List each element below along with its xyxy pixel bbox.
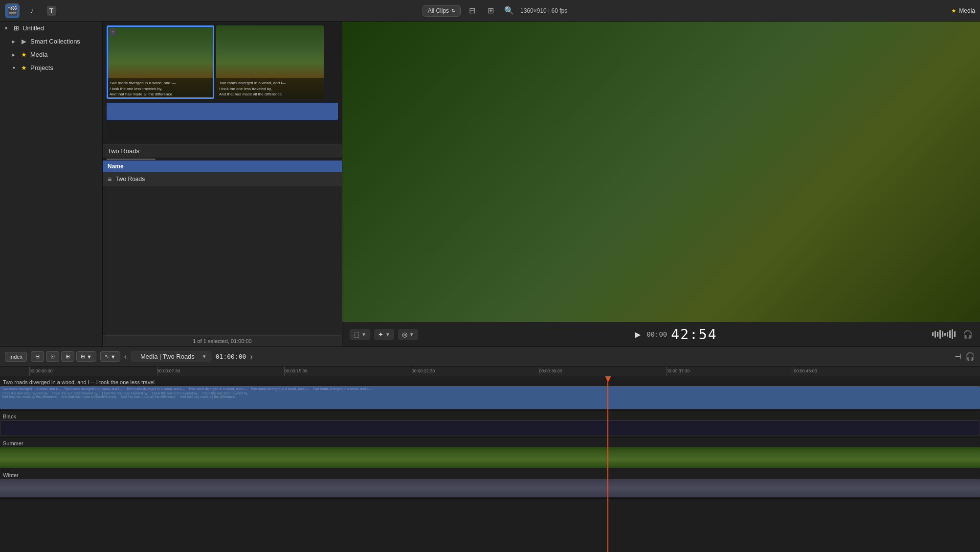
main-content: ▼ ⊞ Untitled ▶ ▶ Smart Collections ▶ ★ M… bbox=[0, 22, 980, 346]
track-two-roads: Two roads diverged in a wood, and I— I t… bbox=[0, 376, 980, 411]
ruler-line-1 bbox=[157, 367, 157, 376]
star-icon-2: ★ bbox=[20, 64, 28, 71]
ruler-label-5: 00:00:37:30 bbox=[667, 368, 690, 373]
audio-meter bbox=[932, 329, 956, 339]
search-icon: 🔍 bbox=[504, 6, 514, 15]
playback-controls: ▶ 00:00 42:54 bbox=[633, 326, 717, 343]
toolbar-left: 🎬 ♪ T bbox=[5, 3, 112, 18]
track-name-winter: Winter bbox=[3, 472, 19, 478]
timeline-view-btn-1[interactable]: ⊟ bbox=[31, 351, 44, 362]
tool-selector[interactable]: ↖ ▼ bbox=[100, 351, 120, 362]
clip-selector-label: All Clips bbox=[428, 7, 449, 14]
search-button[interactable]: 🔍 bbox=[502, 3, 516, 18]
timeline-split-icon: ⊣ bbox=[955, 352, 961, 361]
sidebar-item-untitled[interactable]: ▼ ⊞ Untitled bbox=[0, 22, 102, 35]
clip-list-stack-icon: ≡ bbox=[108, 175, 111, 183]
waveform-bar-4 bbox=[939, 330, 941, 339]
media-text: Media bbox=[959, 7, 975, 14]
list-view-button[interactable]: ⊞ bbox=[483, 3, 498, 18]
clip-selector-dropdown[interactable]: All Clips ⇅ bbox=[423, 5, 461, 17]
ruler-label-1: 00:00:07:30 bbox=[157, 368, 180, 373]
toolbar-right: ★ Media bbox=[877, 7, 975, 14]
timeline-prev-button[interactable]: ‹ bbox=[124, 352, 127, 361]
waveform-bar-8 bbox=[949, 330, 951, 338]
grid-icon: ⊟ bbox=[469, 6, 475, 15]
sidebar-item-projects[interactable]: ▼ ★ Projects bbox=[0, 61, 102, 74]
music-icon-button[interactable]: ♪ bbox=[24, 3, 39, 18]
clip-list-item-name: Two Roads bbox=[115, 176, 145, 183]
sidebar-item-media[interactable]: ▶ ★ Media bbox=[0, 48, 102, 61]
track-content-two-roads[interactable]: Two roads diverged in a wood, and I— Two… bbox=[0, 386, 980, 409]
title-icon-button[interactable]: T bbox=[44, 3, 59, 18]
timeline-view-btn-4[interactable]: ⊞ ▼ bbox=[76, 351, 96, 362]
timeline-right-controls: ⊣ 🎧 bbox=[955, 352, 975, 361]
chevron-down-icon: ▼ bbox=[87, 354, 92, 360]
timeline-view-btn-3[interactable]: ⊞ bbox=[61, 351, 74, 362]
index-button[interactable]: Index bbox=[5, 352, 27, 362]
timeline-title-area[interactable]: Media | Two Roads ▼ bbox=[131, 351, 212, 362]
track-winter: Winter bbox=[0, 469, 980, 499]
waveform-bar-2 bbox=[935, 331, 936, 338]
clip-text-2: Two roads diverged in a wood, and I—I to… bbox=[216, 78, 324, 99]
waveform-bar-10 bbox=[954, 331, 956, 337]
winter-gradient bbox=[0, 479, 980, 497]
timeline-audio-icon: 🎧 bbox=[965, 352, 975, 361]
clip-selected-border bbox=[107, 25, 214, 99]
sidebar-projects-label: Projects bbox=[30, 64, 53, 71]
arrow-right-icon-2: ▶ bbox=[12, 52, 18, 57]
viewer-panel: Two roads diverged in a wood, and I— I l… bbox=[342, 22, 980, 346]
timeline-tracks: Two roads diverged in a wood, and I— I t… bbox=[0, 376, 980, 552]
list-icon: ⊞ bbox=[488, 6, 494, 15]
track-clip-summer bbox=[0, 447, 980, 468]
browser-status: 1 of 1 selected, 01:00:00 bbox=[103, 335, 342, 346]
clip-thumbnail-1[interactable]: Two roads diverged in a wood, and I—I to… bbox=[107, 25, 214, 99]
track-clip-text-row-2: I took the one less traveled by, I took … bbox=[0, 391, 980, 395]
view-mode-buttons: ⊟ ⊡ ⊞ ⊞ ▼ bbox=[31, 351, 96, 362]
track-black: Black bbox=[0, 411, 980, 437]
track-content-summer[interactable] bbox=[0, 447, 980, 468]
waveform-bar-7 bbox=[947, 332, 948, 337]
timeline-title-chevron: ▼ bbox=[202, 354, 207, 359]
clip-thumbnail-2[interactable]: Two roads diverged in a wood, and I—I to… bbox=[216, 25, 324, 99]
viewer-forest-background: Two roads diverged in a wood, and I— I l… bbox=[342, 22, 980, 322]
play-button[interactable]: ▶ bbox=[633, 328, 643, 341]
playhead bbox=[607, 376, 608, 552]
timeline-next-button[interactable]: › bbox=[250, 352, 252, 361]
transform-chevron: ▼ bbox=[361, 332, 366, 337]
sidebar-item-smart-collections[interactable]: ▶ ▶ Smart Collections bbox=[0, 35, 102, 48]
track-content-black[interactable] bbox=[0, 420, 980, 436]
color-control[interactable]: ◎ ▼ bbox=[398, 329, 418, 340]
track-label-black: Black bbox=[0, 413, 19, 420]
grid-view-button[interactable]: ⊟ bbox=[465, 3, 479, 18]
timecode-main: 42:54 bbox=[671, 326, 717, 343]
music-icon: ♪ bbox=[30, 6, 34, 15]
headphones-icon: 🎧 bbox=[963, 330, 973, 339]
timeline-view-btn-2[interactable]: ⊡ bbox=[46, 351, 59, 362]
app-icon-button[interactable]: 🎬 bbox=[5, 3, 20, 18]
browser-clip-name: Two Roads bbox=[103, 144, 342, 158]
transform-control[interactable]: ⬚ ▼ bbox=[350, 329, 370, 340]
ruler-line-0 bbox=[29, 367, 30, 376]
view-icon-3: ⊞ bbox=[66, 353, 70, 360]
browser-empty-space bbox=[103, 186, 342, 335]
clip-list-item-two-roads[interactable]: ≡ Two Roads bbox=[103, 172, 342, 186]
waveform-bar-3 bbox=[937, 332, 938, 337]
effects-chevron: ▼ bbox=[385, 332, 390, 337]
effects-control[interactable]: ✦ ▼ bbox=[374, 329, 394, 340]
track-clip-winter bbox=[0, 479, 980, 497]
waveform-bar-6 bbox=[944, 333, 946, 336]
color-icon: ◎ bbox=[402, 331, 407, 338]
track-content-winter[interactable] bbox=[0, 479, 980, 497]
film-icon: 🎬 bbox=[7, 5, 18, 16]
viewer-controls: ⬚ ▼ ✦ ▼ ◎ ▼ ▶ 00:00 42:54 bbox=[342, 322, 980, 346]
track-name-black: Black bbox=[3, 414, 16, 419]
viewer-video-area: Two roads diverged in a wood, and I— I l… bbox=[342, 22, 980, 322]
track-label-two-roads: Two roads diverged in a wood, and I— I t… bbox=[0, 378, 157, 386]
waveform-bar-1 bbox=[932, 332, 934, 336]
grid-icon: ⊞ bbox=[12, 24, 20, 32]
top-toolbar: 🎬 ♪ T All Clips ⇅ ⊟ ⊞ 🔍 1360×910 | 60 fp… bbox=[0, 0, 980, 22]
track-clip-text-2: I took the one less traveled by, I took … bbox=[2, 391, 251, 395]
browser-clips-area: Two roads diverged in a wood, and I—I to… bbox=[103, 22, 342, 144]
ruler-tick-container: 00:00:00:00 00:00:07:30 00:00:15:00 00:0… bbox=[0, 367, 980, 376]
track-clip-text-row-3: And that has made all the difference. An… bbox=[0, 395, 980, 398]
